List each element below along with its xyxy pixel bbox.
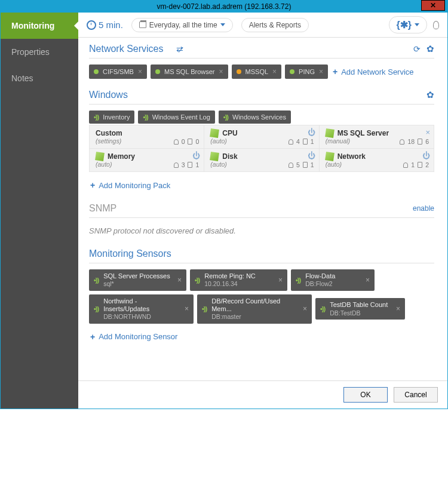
power-icon[interactable]: ⏻ bbox=[192, 151, 200, 160]
section-title: Windows bbox=[89, 90, 128, 100]
settings-dropdown[interactable]: {✱} bbox=[389, 16, 427, 33]
remove-icon[interactable]: × bbox=[219, 67, 223, 76]
cube-icon bbox=[210, 128, 219, 138]
windows-chip-inventory[interactable]: Inventory bbox=[89, 110, 134, 124]
content: Network Services ⇄̷ ⟳ ✿ CIFS/SMB× MS SQL… bbox=[78, 38, 447, 380]
section-title: Monitoring Sensors bbox=[89, 248, 171, 259]
chevron-down-icon bbox=[415, 23, 419, 26]
power-icon[interactable]: ⏻ bbox=[422, 151, 430, 160]
gear-icon[interactable]: ✿ bbox=[426, 44, 434, 54]
service-chips: CIFS/SMB× MS SQL Browser× MSSQL× PING× +… bbox=[89, 65, 434, 79]
ok-button[interactable]: OK bbox=[343, 387, 388, 403]
pack-memory[interactable]: Memory (auto) ⏻ 31 bbox=[90, 149, 204, 171]
signal-icon bbox=[143, 113, 148, 121]
remove-icon[interactable]: × bbox=[272, 67, 277, 76]
sidebar-item-properties[interactable]: Properties bbox=[1, 39, 78, 65]
refresh-icon[interactable]: ⟳ bbox=[413, 44, 421, 54]
section-actions: ⟳ ✿ bbox=[413, 44, 434, 54]
remove-icon[interactable]: × bbox=[396, 305, 400, 313]
status-dot-icon bbox=[290, 69, 294, 74]
sensor-chip[interactable]: DB/Record Count/Used Mem...DB:master× bbox=[197, 294, 312, 324]
windows-chip-eventlog[interactable]: Windows Event Log bbox=[138, 110, 214, 124]
monitoring-packs: Custom (settings) 00 CPU (auto) ⏻ 41 MS … bbox=[89, 125, 434, 172]
sensor-chip[interactable]: Northwind - Inserts/UpdatesDB:NORTHWND× bbox=[89, 294, 194, 324]
swap-icon[interactable]: ⇄̷ bbox=[176, 44, 183, 54]
sensor-chip[interactable]: TestDB Table CountDB:TestDB× bbox=[315, 298, 405, 320]
interval-control[interactable]: 5 min. bbox=[87, 20, 123, 30]
signal-icon bbox=[94, 113, 99, 121]
section-snmp: SNMP enable SNMP protocol not discovered… bbox=[89, 203, 434, 238]
gear-icon[interactable]: ✿ bbox=[426, 90, 434, 100]
sensor-chip[interactable]: Remote Ping: NC10.20.16.34× bbox=[190, 269, 287, 291]
close-icon[interactable]: × bbox=[425, 128, 430, 137]
add-monitoring-pack[interactable]: +Add Monitoring Pack bbox=[89, 178, 434, 192]
service-chip[interactable]: MS SQL Browser× bbox=[151, 65, 228, 79]
report-icon bbox=[418, 162, 422, 168]
alerts-label: Alerts & Reports bbox=[249, 21, 301, 29]
signal-icon bbox=[296, 277, 300, 284]
power-icon[interactable]: ⏻ bbox=[308, 151, 315, 160]
pack-cpu[interactable]: CPU (auto) ⏻ 41 bbox=[204, 125, 318, 148]
sensor-chip[interactable]: SQL Server Processessql*× bbox=[89, 269, 186, 291]
pack-network[interactable]: Network (auto) ⏻ 12 bbox=[320, 149, 434, 171]
status-dot-icon bbox=[155, 69, 160, 74]
alerts-reports-button[interactable]: Alerts & Reports bbox=[241, 18, 309, 32]
service-chip[interactable]: CIFS/SMB× bbox=[89, 65, 147, 79]
status-dot-icon bbox=[237, 69, 241, 74]
interval-label: 5 min. bbox=[99, 20, 123, 30]
snmp-enable-link[interactable]: enable bbox=[413, 204, 434, 213]
cancel-button[interactable]: Cancel bbox=[394, 387, 438, 403]
bell-icon bbox=[289, 139, 293, 145]
sidebar: Monitoring Properties Notes bbox=[1, 13, 78, 409]
main: 5 min. Everyday, all the time Alerts & R… bbox=[78, 13, 447, 409]
service-chip[interactable]: PING× bbox=[285, 65, 328, 79]
calendar-icon bbox=[139, 22, 146, 28]
remove-icon[interactable]: × bbox=[138, 67, 142, 76]
section-actions: enable bbox=[413, 204, 434, 213]
pack-disk[interactable]: Disk (auto) ⏻ 51 bbox=[204, 149, 318, 171]
remove-icon[interactable]: × bbox=[303, 305, 307, 313]
signal-icon bbox=[223, 113, 228, 121]
schedule-dropdown[interactable]: Everyday, all the time bbox=[131, 18, 233, 32]
pack-custom[interactable]: Custom (settings) 00 bbox=[90, 125, 204, 148]
report-icon bbox=[418, 139, 422, 145]
stopwatch-icon bbox=[87, 20, 96, 30]
signal-icon bbox=[195, 277, 200, 284]
sidebar-item-monitoring[interactable]: Monitoring bbox=[1, 13, 78, 39]
section-head: Monitoring Sensors bbox=[89, 248, 434, 263]
lightbulb-icon[interactable] bbox=[433, 21, 439, 29]
schedule-label: Everyday, all the time bbox=[149, 21, 217, 29]
add-network-service[interactable]: +Add Network Service bbox=[332, 65, 415, 79]
power-icon[interactable]: ⏻ bbox=[308, 128, 315, 137]
sensor-chip[interactable]: Flow-DataDB:Flow2× bbox=[291, 269, 375, 291]
section-title: Network Services bbox=[89, 44, 163, 54]
section-head: Network Services ⇄̷ ⟳ ✿ bbox=[89, 44, 434, 59]
remove-icon[interactable]: × bbox=[319, 67, 323, 76]
footer: OK Cancel bbox=[78, 380, 447, 409]
pack-mssql[interactable]: MS SQL Server (manual) × 186 bbox=[320, 125, 434, 148]
chevron-down-icon bbox=[220, 23, 225, 26]
remove-icon[interactable]: × bbox=[185, 305, 189, 313]
dialog-window: vm-dev-0072.lab.ad.adrem (192.168.3.72) … bbox=[0, 0, 448, 409]
windows-chip-services[interactable]: Windows Services bbox=[219, 110, 291, 124]
report-icon bbox=[188, 139, 192, 145]
cube-icon bbox=[325, 152, 335, 161]
report-icon bbox=[303, 162, 308, 168]
windows-action-chips: Inventory Windows Event Log Windows Serv… bbox=[89, 110, 434, 124]
add-monitoring-sensor[interactable]: +Add Monitoring Sensor bbox=[89, 330, 434, 344]
section-network-services: Network Services ⇄̷ ⟳ ✿ CIFS/SMB× MS SQL… bbox=[89, 44, 434, 79]
plus-icon: + bbox=[90, 332, 95, 342]
close-button[interactable]: ✕ bbox=[421, 0, 445, 11]
signal-icon bbox=[94, 277, 99, 284]
sidebar-item-notes[interactable]: Notes bbox=[1, 65, 78, 91]
section-head: SNMP enable bbox=[89, 203, 434, 218]
service-chip[interactable]: MSSQL× bbox=[232, 65, 282, 79]
remove-icon[interactable]: × bbox=[177, 276, 182, 284]
report-icon bbox=[188, 162, 192, 168]
remove-icon[interactable]: × bbox=[278, 276, 283, 284]
plus-icon: + bbox=[90, 180, 95, 190]
section-actions: ✿ bbox=[426, 90, 434, 100]
bell-icon bbox=[174, 139, 179, 145]
plus-icon: + bbox=[333, 67, 337, 76]
remove-icon[interactable]: × bbox=[366, 276, 370, 284]
